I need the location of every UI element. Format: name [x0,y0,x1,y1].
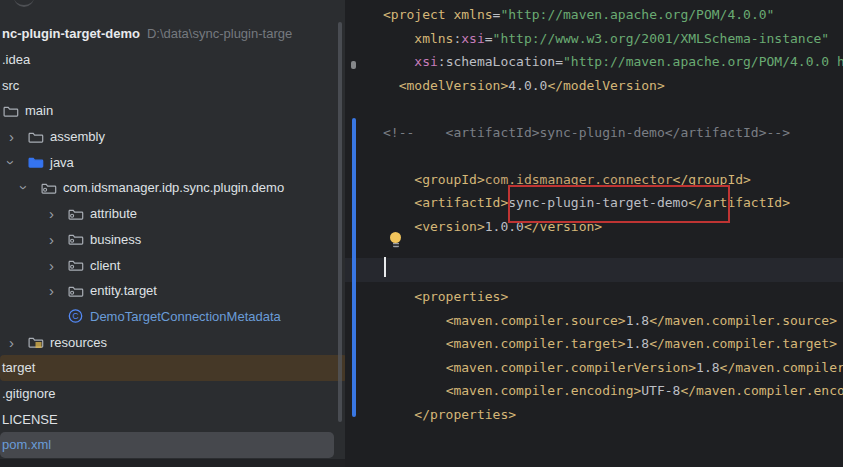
code-line[interactable]: xmlns:xsi="http://www.w3.org/2001/XMLSch… [383,27,843,51]
tree-item-label: DemoTargetConnectionMetadata [90,309,281,324]
panel-bottom-edge [0,459,345,467]
tree-item-label: resources [50,335,107,350]
tree-item-client[interactable]: ›client [0,252,334,278]
tree-item-demotargetconnectionmetadata[interactable]: CDemoTargetConnectionMetadata [0,304,334,330]
tree-item-entity-target[interactable]: ›entity.target [0,278,334,304]
tree-item-license[interactable]: LICENSE [0,406,334,432]
tree-item-label: .idea [2,52,30,67]
tree-scrollbar[interactable] [338,22,342,422]
chevron-right-icon[interactable]: › [44,283,59,298]
code-line[interactable] [383,97,843,121]
code-token [383,78,399,93]
code-token [383,195,414,210]
tree-item-target[interactable]: target [0,355,345,381]
package-icon [67,257,84,273]
package-icon [67,206,84,222]
folder-icon [27,129,44,145]
code-editor[interactable]: <project xmlns="http://maven.apache.org/… [345,0,843,467]
code-token: xsi [461,31,484,46]
tree-item-assembly[interactable]: ›assembly [0,124,334,150]
code-line[interactable]: <maven.compiler.source>1.8</maven.compil… [383,309,843,333]
class-icon: C [67,308,84,324]
code-token: UTF-8 [641,383,680,398]
code-line[interactable]: <project xmlns="http://maven.apache.org/… [383,3,843,27]
code-line[interactable]: <modelVersion>4.0.0</modelVersion> [383,74,843,98]
code-token: xmlns [414,31,453,46]
code-line[interactable] [383,144,843,168]
code-line[interactable]: xsi:schemaLocation="http://maven.apache.… [383,50,843,74]
code-token: "http://www.w3.org/2001/XMLSchema-instan… [493,31,830,46]
project-root-path: D:\data\sync-plugin-targe [147,26,292,41]
code-token: </maven.compiler.source> [649,313,837,328]
code-token: </maven.compiler.encoding> [680,383,843,398]
code-token: 4.0.0 [508,78,547,93]
tree-item-resources[interactable]: ›resources [0,329,334,355]
tree-item-label: assembly [50,129,105,144]
bulb-glass [390,232,401,243]
code-token [383,407,414,422]
tree-item-label: target [2,360,35,375]
tree-item-label: pom.xml [2,437,51,452]
code-token: </properties> [414,407,516,422]
code-token: = [485,31,493,46]
code-token: schemaLocation [446,54,556,69]
code-token: <groupId> [414,172,484,187]
code-token: = [555,54,563,69]
tree-item-business[interactable]: ›business [0,227,334,253]
partial-toolbar-glyph [14,0,34,7]
tree-item-label: src [2,78,19,93]
code-token [383,336,446,351]
code-token [383,383,446,398]
tree-item-label: main [25,103,53,118]
chevron-right-icon[interactable]: › [4,129,19,144]
folder-source-icon [27,154,44,170]
code-token: xsi [414,54,437,69]
gutter-marker [351,61,356,69]
chevron-right-icon[interactable]: › [44,258,59,273]
tree-item-label: java [50,155,74,170]
code-line[interactable]: <maven.compiler.target>1.8</maven.compil… [383,332,843,356]
code-line[interactable]: <properties> [383,285,843,309]
code-token: <maven.compiler.compilerVersion> [446,360,696,375]
tree-item-java[interactable]: ›java [0,149,334,175]
tree-item-label: .gitignore [2,386,55,401]
tree-item-label: com.idsmanager.idp.sync.plugin.demo [63,180,284,195]
code-line[interactable]: <!-- <artifactId>sync-plugin-demo</artif… [383,121,843,145]
code-token [383,31,414,46]
intention-bulb-icon[interactable] [389,232,402,249]
code-line[interactable]: </properties> [383,403,843,427]
chevron-right-icon[interactable]: › [44,232,59,247]
code-token [383,54,414,69]
tree-item-src[interactable]: src [0,72,334,98]
chevron-down-icon[interactable]: › [4,155,19,170]
annotation-red-box [508,185,730,223]
code-token: xmlns [453,7,492,22]
code-line[interactable] [383,238,843,262]
text-cursor [384,257,386,277]
tree-item-label: LICENSE [2,412,58,427]
svg-text:C: C [72,311,78,321]
chevron-down-icon[interactable]: › [17,180,32,195]
project-tree-panel: nc-plugin-target-demo D:\data\sync-plugi… [0,0,345,467]
tree-item-project-root[interactable]: nc-plugin-target-demo D:\data\sync-plugi… [0,21,334,47]
code-token [383,360,446,375]
code-line[interactable]: <maven.compiler.encoding>UTF-8</maven.co… [383,379,843,403]
tree-item-com-idsmanager-idp-sync-plugin-demo[interactable]: ›com.idsmanager.idp.sync.plugin.demo [0,175,334,201]
ide-window: nc-plugin-target-demo D:\data\sync-plugi… [0,0,843,467]
package-icon [67,283,84,299]
code-line[interactable]: <maven.compiler.compilerVersion>1.8</mav… [383,356,843,380]
tree-item-pom-xml[interactable]: pom.xml [0,432,334,458]
folder-resources-icon [27,334,44,350]
code-token: <artifactId> [414,195,508,210]
project-tree: nc-plugin-target-demo D:\data\sync-plugi… [0,21,334,458]
code-token: <maven.compiler.encoding> [446,383,642,398]
code-token [383,172,414,187]
tree-item-main[interactable]: main [0,98,334,124]
code-line[interactable] [383,262,843,286]
tree-item--idea[interactable]: .idea [0,47,334,73]
chevron-right-icon[interactable]: › [4,335,19,350]
chevron-right-icon[interactable]: › [44,206,59,221]
tree-item--gitignore[interactable]: .gitignore [0,381,334,407]
tree-item-attribute[interactable]: ›attribute [0,201,334,227]
code-token: <!-- <artifactId>sync-plugin-demo</artif… [383,125,790,140]
